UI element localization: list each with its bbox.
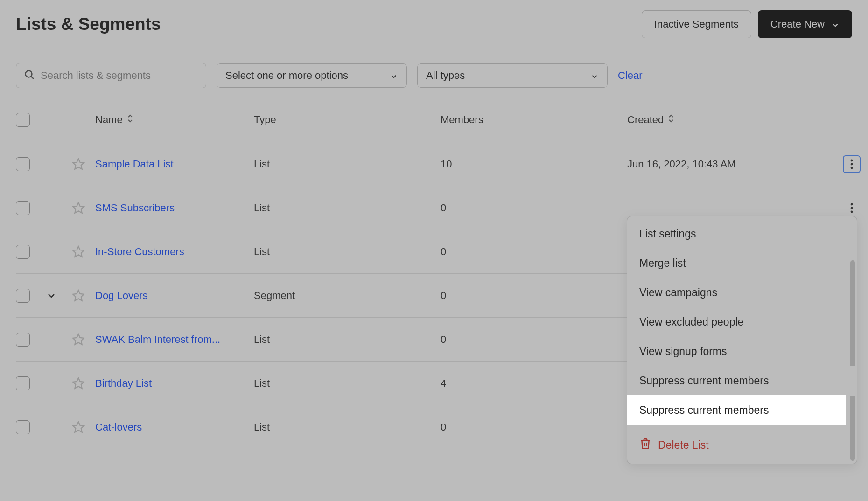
clear-filters-link[interactable]: Clear xyxy=(618,70,643,82)
row-members: 0 xyxy=(441,290,627,302)
svg-point-9 xyxy=(851,210,853,213)
row-more-button[interactable] xyxy=(843,155,861,173)
sort-icon xyxy=(667,114,675,126)
row-members: 0 xyxy=(441,334,627,346)
row-members: 10 xyxy=(441,158,627,170)
inactive-segments-button[interactable]: Inactive Segments xyxy=(642,10,751,38)
star-icon[interactable] xyxy=(72,202,85,215)
row-type: List xyxy=(254,421,441,433)
column-header-members: Members xyxy=(441,114,627,126)
row-name-link[interactable]: Birthday List xyxy=(95,377,152,389)
row-name-link[interactable]: Dog Lovers xyxy=(95,290,148,301)
svg-marker-18 xyxy=(73,334,84,344)
row-created: Jun 16, 2022, 10:43 AM xyxy=(627,158,833,170)
row-more-button[interactable] xyxy=(843,199,861,217)
row-checkbox[interactable] xyxy=(16,376,30,390)
trash-icon xyxy=(639,438,651,452)
menu-item-view-excluded-people[interactable]: View excluded people xyxy=(627,307,857,337)
svg-marker-14 xyxy=(73,290,84,300)
row-name-link[interactable]: SWAK Balm Interest from... xyxy=(95,334,220,345)
star-icon[interactable] xyxy=(72,421,85,434)
select-all-checkbox[interactable] xyxy=(16,113,30,127)
type-filter-select[interactable]: All types xyxy=(417,63,608,88)
sort-icon xyxy=(126,114,134,126)
row-type: List xyxy=(254,158,441,170)
svg-point-7 xyxy=(851,203,853,205)
column-header-created[interactable]: Created xyxy=(627,114,833,126)
row-members: 0 xyxy=(441,246,627,258)
column-header-name[interactable]: Name xyxy=(95,114,254,126)
svg-point-5 xyxy=(851,167,853,169)
menu-item-delete-label: Delete List xyxy=(658,439,709,452)
menu-item-unsuppress-current-members[interactable]: Unsuppress current members xyxy=(627,396,857,425)
menu-item-list-settings[interactable]: List settings xyxy=(627,219,857,249)
row-checkbox[interactable] xyxy=(16,333,30,347)
svg-marker-22 xyxy=(73,378,84,388)
menu-item-suppress-current-members[interactable]: Suppress current members xyxy=(627,366,857,396)
table-row: Sample Data ListList10Jun 16, 2022, 10:4… xyxy=(16,142,852,186)
row-name-link[interactable]: SMS Subscribers xyxy=(95,202,175,214)
row-type: List xyxy=(254,334,441,346)
svg-line-1 xyxy=(31,77,34,79)
search-icon xyxy=(24,69,35,82)
star-icon[interactable] xyxy=(72,245,85,258)
column-name-label: Name xyxy=(95,114,123,126)
create-new-button[interactable]: Create New xyxy=(758,10,852,38)
column-header-type: Type xyxy=(254,114,441,126)
type-filter-label: All types xyxy=(426,70,465,82)
svg-point-8 xyxy=(851,207,853,209)
menu-item-delete-list[interactable]: Delete List xyxy=(627,429,857,461)
menu-item-merge-list[interactable]: Merge list xyxy=(627,249,857,278)
star-icon[interactable] xyxy=(72,289,85,302)
row-name-link[interactable]: In-Store Customers xyxy=(95,246,184,257)
expand-chevron-icon[interactable] xyxy=(44,288,59,303)
row-type: List xyxy=(254,377,441,390)
star-icon[interactable] xyxy=(72,377,85,390)
row-name-link[interactable]: Cat-lovers xyxy=(95,421,142,433)
svg-marker-26 xyxy=(73,422,84,432)
svg-marker-2 xyxy=(73,159,84,169)
row-name-link[interactable]: Sample Data List xyxy=(95,158,174,170)
search-input-wrap[interactable] xyxy=(16,63,206,88)
row-type: List xyxy=(254,202,441,214)
create-new-label: Create New xyxy=(770,18,825,30)
star-icon[interactable] xyxy=(72,333,85,346)
column-created-label: Created xyxy=(627,114,664,126)
svg-point-3 xyxy=(851,159,853,161)
menu-scrollbar[interactable] xyxy=(850,260,855,461)
star-icon[interactable] xyxy=(72,158,85,171)
row-checkbox[interactable] xyxy=(16,157,30,171)
menu-item-view-signup-forms[interactable]: View signup forms xyxy=(627,337,857,366)
svg-point-4 xyxy=(851,163,853,165)
row-type: Segment xyxy=(254,290,441,302)
row-checkbox[interactable] xyxy=(16,201,30,215)
menu-separator xyxy=(627,427,857,427)
chevron-down-icon xyxy=(390,71,398,80)
row-members: 0 xyxy=(441,202,627,214)
row-checkbox[interactable] xyxy=(16,420,30,434)
tag-filter-label: Select one or more options xyxy=(225,70,348,82)
row-actions-menu: List settingsMerge listView campaignsVie… xyxy=(627,216,857,464)
search-input[interactable] xyxy=(41,70,198,82)
row-members: 4 xyxy=(441,377,627,390)
table-header-row: Name Type Members Created xyxy=(16,97,852,142)
tag-filter-select[interactable]: Select one or more options xyxy=(217,63,407,88)
row-members: 0 xyxy=(441,421,627,433)
page-title: Lists & Segments xyxy=(16,14,161,34)
menu-item-view-campaigns[interactable]: View campaigns xyxy=(627,278,857,307)
chevron-down-icon xyxy=(831,20,840,28)
chevron-down-icon xyxy=(590,71,599,80)
svg-marker-10 xyxy=(73,246,84,257)
row-type: List xyxy=(254,246,441,258)
svg-marker-6 xyxy=(73,202,84,213)
inactive-segments-label: Inactive Segments xyxy=(654,18,739,30)
row-checkbox[interactable] xyxy=(16,289,30,303)
svg-point-0 xyxy=(26,71,32,77)
row-checkbox[interactable] xyxy=(16,245,30,259)
